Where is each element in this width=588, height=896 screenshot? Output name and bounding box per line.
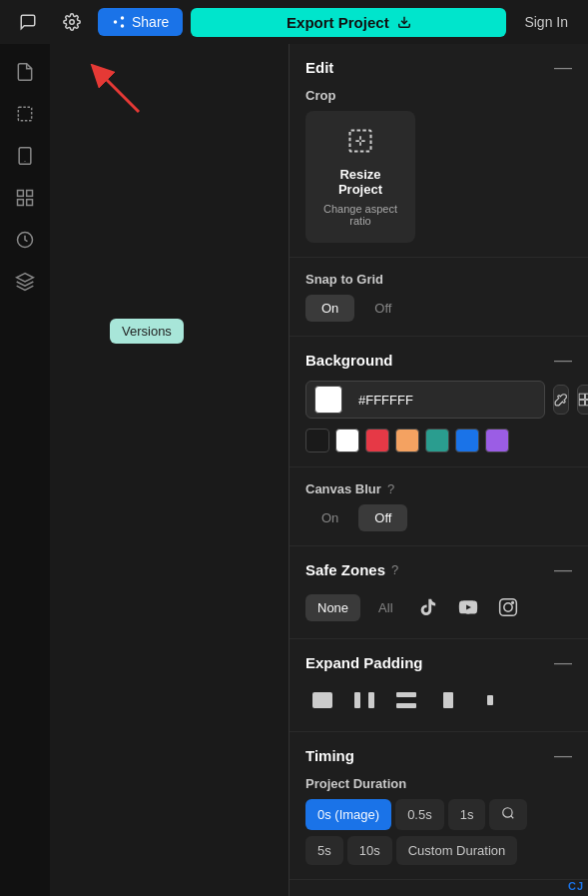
swatch-blue[interactable] [455, 429, 479, 452]
header: Share Export Project Sign In [0, 0, 588, 44]
swatch-black[interactable] [305, 429, 329, 452]
duration-0.5s-button[interactable]: 0.5s [395, 799, 444, 830]
right-panel: Edit — Crop Resize Project Change aspect… [289, 44, 588, 896]
svg-rect-24 [312, 692, 332, 708]
svg-point-22 [503, 603, 511, 611]
share-label: Share [132, 14, 169, 30]
tiktok-safe-zone-button[interactable] [411, 590, 445, 624]
expand-center-vertical-button[interactable] [431, 683, 465, 717]
swatch-white[interactable] [335, 429, 359, 452]
color-preview-box[interactable] [314, 386, 342, 414]
canvas-blur-toggle-group: On Off [305, 504, 572, 531]
svg-rect-25 [354, 692, 360, 708]
resize-project-subtitle: Change aspect ratio [321, 203, 399, 227]
comment-icon-button[interactable] [10, 4, 46, 40]
duration-0s-image-button[interactable]: 0s (Image) [305, 799, 391, 830]
svg-rect-29 [443, 692, 453, 708]
background-section: Background — [290, 337, 588, 467]
sidebar-layers-icon[interactable] [7, 264, 43, 300]
padding-icons-row [305, 683, 572, 717]
left-sidebar [0, 44, 50, 896]
expand-all-button[interactable] [305, 683, 339, 717]
timing-title: Timing [305, 747, 354, 764]
project-duration-label: Project Duration [305, 776, 572, 791]
edit-section: Edit — Crop Resize Project Change aspect… [290, 44, 588, 258]
snap-on-button[interactable]: On [305, 295, 354, 322]
canvas-blur-section: Canvas Blur ? On Off [290, 467, 588, 546]
canvas-blur-info-icon: ? [387, 481, 394, 496]
safe-zones-none-button[interactable]: None [305, 594, 360, 621]
swatch-green[interactable] [425, 429, 449, 452]
duration-more-row: 5s 10s Custom Duration [305, 836, 572, 865]
timing-collapse-button[interactable]: — [554, 746, 572, 764]
duration-1s-button[interactable]: 1s [448, 799, 486, 830]
color-hex-input[interactable] [348, 388, 536, 413]
svg-rect-18 [579, 401, 584, 406]
svg-rect-5 [18, 191, 24, 197]
expand-padding-section: Expand Padding — [290, 639, 588, 732]
color-swatches [305, 429, 572, 452]
background-section-header: Background — [305, 351, 572, 369]
duration-search-button[interactable] [489, 799, 527, 830]
canvas-area: Versions [50, 44, 289, 896]
versions-badge[interactable]: Versions [110, 319, 184, 344]
svg-point-0 [70, 20, 75, 25]
svg-point-23 [511, 602, 513, 604]
main-layout: Versions Edit — Crop Resize Project Chan… [0, 44, 588, 896]
duration-5s-button[interactable]: 5s [305, 836, 343, 865]
expand-padding-collapse-button[interactable]: — [554, 653, 572, 671]
svg-rect-26 [368, 692, 374, 708]
expand-top-bottom-button[interactable] [389, 683, 423, 717]
timing-section-header: Timing — [305, 746, 572, 764]
edit-title: Edit [305, 59, 333, 76]
sidebar-document-icon[interactable] [7, 54, 43, 90]
expand-single-button[interactable] [473, 683, 507, 717]
safe-zones-info-icon: ? [391, 562, 398, 577]
snap-off-button[interactable]: Off [358, 295, 407, 322]
canvas-blur-off-button[interactable]: Off [358, 504, 407, 531]
expand-left-right-button[interactable] [347, 683, 381, 717]
background-collapse-button[interactable]: — [554, 351, 572, 369]
sidebar-grid-icon[interactable] [7, 180, 43, 216]
resize-project-icon [346, 127, 374, 161]
svg-line-32 [511, 816, 514, 819]
expand-padding-header: Expand Padding — [305, 653, 572, 671]
duration-buttons-row: 0s (Image) 0.5s 1s [305, 799, 572, 830]
svg-rect-13 [350, 131, 371, 152]
swatch-orange[interactable] [395, 429, 419, 452]
instagram-safe-zone-button[interactable] [491, 590, 525, 624]
sidebar-crop-icon[interactable] [7, 96, 43, 132]
svg-rect-8 [27, 200, 33, 206]
safe-zones-section-header: Safe Zones ? — [305, 560, 572, 578]
resize-project-card[interactable]: Resize Project Change aspect ratio [305, 111, 415, 243]
duration-custom-button[interactable]: Custom Duration [396, 836, 518, 865]
background-title: Background [305, 352, 393, 369]
expand-padding-title: Expand Padding [305, 654, 423, 671]
eyedropper-button[interactable] [553, 385, 569, 415]
svg-point-31 [503, 808, 512, 817]
safe-zones-title: Safe Zones [305, 561, 385, 578]
canvas-blur-on-button[interactable]: On [305, 504, 354, 531]
signin-button[interactable]: Sign In [514, 8, 578, 36]
svg-rect-27 [396, 692, 416, 697]
swatch-purple[interactable] [485, 429, 509, 452]
swatch-red[interactable] [365, 429, 389, 452]
safe-zones-row: None All [305, 590, 572, 624]
crop-label: Crop [305, 88, 572, 103]
svg-rect-30 [487, 695, 493, 705]
sidebar-clock-icon[interactable] [7, 222, 43, 258]
sidebar-mobile-icon[interactable] [7, 138, 43, 174]
color-picker-row [305, 381, 572, 419]
safe-zones-collapse-button[interactable]: — [554, 560, 572, 578]
svg-rect-28 [396, 703, 416, 708]
export-button[interactable]: Export Project [191, 8, 506, 37]
duration-10s-button[interactable]: 10s [347, 836, 392, 865]
edit-collapse-button[interactable]: — [554, 58, 572, 76]
svg-rect-6 [27, 191, 33, 197]
share-button[interactable]: Share [98, 8, 183, 36]
settings-icon-button[interactable] [54, 4, 90, 40]
youtube-safe-zone-button[interactable] [451, 590, 485, 624]
pattern-button[interactable] [577, 385, 588, 415]
canvas-blur-label: Canvas Blur [305, 481, 381, 496]
safe-zones-all-button[interactable]: All [366, 594, 404, 621]
